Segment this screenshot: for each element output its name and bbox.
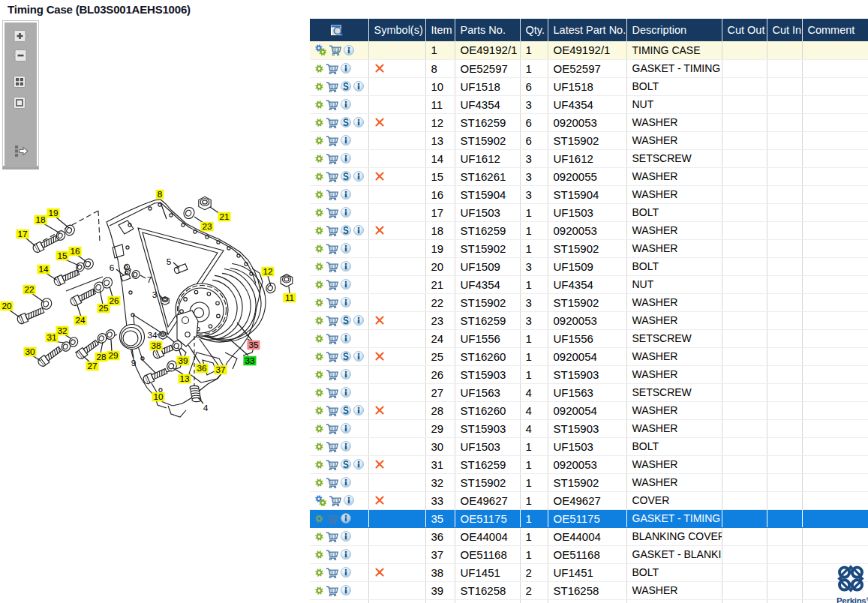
svg-text:31: 31 [47,332,56,343]
svg-text:13: 13 [179,374,190,384]
svg-text:35: 35 [248,340,259,350]
svg-text:23: 23 [202,221,212,232]
svg-text:26: 26 [109,296,119,306]
svg-text:6: 6 [110,262,115,273]
svg-text:34: 34 [147,330,158,340]
svg-text:38: 38 [151,340,161,351]
svg-text:17: 17 [17,229,27,239]
svg-text:24: 24 [75,315,86,326]
svg-text:33: 33 [245,356,255,366]
svg-text:10: 10 [153,392,164,402]
svg-text:12: 12 [263,266,272,277]
svg-text:30: 30 [25,346,35,357]
svg-text:37: 37 [215,364,225,375]
svg-text:5: 5 [167,256,172,267]
svg-text:25: 25 [98,303,109,314]
svg-text:14: 14 [38,264,49,274]
svg-text:3: 3 [152,290,158,300]
svg-text:9: 9 [131,358,137,368]
svg-text:36: 36 [197,363,207,374]
svg-text:29: 29 [108,350,118,361]
svg-text:7: 7 [147,274,152,285]
svg-text:22: 22 [24,284,34,295]
svg-text:15: 15 [57,250,68,261]
svg-text:11: 11 [285,292,294,303]
svg-text:16: 16 [70,246,80,256]
svg-text:32: 32 [57,326,67,336]
svg-text:28: 28 [96,352,107,362]
svg-text:27: 27 [87,361,97,371]
svg-text:20: 20 [2,301,12,311]
svg-text:4: 4 [203,403,209,413]
svg-text:18: 18 [35,214,46,225]
svg-text:8: 8 [158,189,163,200]
svg-text:19: 19 [48,208,58,218]
svg-text:21: 21 [219,212,229,222]
svg-text:39: 39 [178,356,188,366]
